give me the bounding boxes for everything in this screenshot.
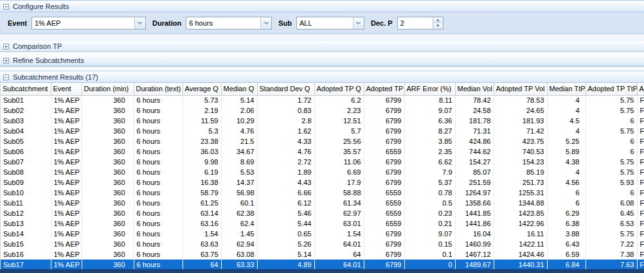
table-row[interactable]: Sub041% AEP3606 hours5.34.761.625.767998… (1, 126, 644, 136)
dec-p-stepper[interactable]: ▲ ▼ (397, 17, 443, 30)
cell: Sub03 (1, 116, 51, 126)
cell: Sub02 (1, 105, 51, 116)
cell: 6 hours (134, 136, 183, 146)
cell: 181.78 (455, 116, 494, 126)
column-header-average-q[interactable]: Average Q (183, 83, 221, 95)
cell: 9.07 (404, 105, 455, 116)
cell: 6 hours (134, 126, 183, 136)
cell: 85.19 (494, 167, 547, 177)
table-row[interactable]: Sub091% AEP3606 hours16.3814.374.4317.96… (1, 177, 644, 188)
sub-select[interactable]: ALL (296, 17, 364, 30)
cell: 1% AEP (51, 167, 82, 177)
cell: 58.88 (314, 188, 364, 198)
column-header-a[interactable]: A (637, 83, 644, 95)
table-row[interactable]: Sub061% AEP3606 hours36.0334.674.7635.57… (1, 146, 644, 157)
splitter[interactable] (0, 66, 644, 71)
cell: 360 (82, 208, 134, 218)
cell: 7.38 (586, 249, 637, 260)
cell: F (637, 136, 644, 146)
cell: 423.75 (494, 136, 547, 146)
collapse-icon[interactable]: − (3, 75, 9, 80)
section-header-configure-results[interactable]: − Configure Results (0, 1, 644, 12)
cell: 4 (547, 95, 586, 105)
column-header-adopted-tp[interactable]: Adopted TP (364, 83, 404, 95)
column-header-median-vol[interactable]: Median Vol (455, 83, 494, 95)
table-row[interactable]: Sub161% AEP3606 hours63.7563.085.1464679… (1, 249, 644, 260)
cell: 62.38 (221, 208, 257, 218)
spin-down-icon[interactable]: ▼ (433, 22, 443, 29)
table-row[interactable]: Sub171% AEP3606 hours6463.334.8964.01679… (1, 260, 644, 269)
cell: F (637, 177, 644, 188)
table-row[interactable]: Sub071% AEP3606 hours9.988.692.7211.0667… (1, 157, 644, 167)
section-header-subcatchment-results[interactable]: − Subcatchment Results (17) (0, 71, 644, 83)
sub-dropdown-button[interactable] (353, 17, 364, 29)
column-header-event[interactable]: Event (51, 83, 82, 95)
cell: F (637, 249, 644, 260)
table-row[interactable]: Sub021% AEP3606 hours2.192.060.832.23679… (1, 105, 644, 116)
panel-bottom-edge (0, 269, 644, 273)
cell: 17.9 (314, 177, 364, 188)
column-header-median-q[interactable]: Median Q (221, 83, 257, 95)
cell: 6 hours (134, 208, 183, 218)
column-header-subcatchment[interactable]: Subcatchment (1, 83, 51, 95)
table-row[interactable]: Sub051% AEP3606 hours23.3821.54.3325.566… (1, 136, 644, 146)
cell: 360 (82, 218, 134, 229)
cell: 1344.88 (494, 198, 547, 208)
column-header-adopted-tp-q[interactable]: Adopted TP Q (314, 83, 364, 95)
cell: 5.75 (586, 105, 637, 116)
cell: 1.62 (257, 126, 314, 136)
cell: 6 hours (134, 146, 183, 157)
cell: 181.93 (494, 116, 547, 126)
cell: 4.38 (547, 157, 586, 167)
column-header-duration-text[interactable]: Duration (text) (134, 83, 183, 95)
cell: 6799 (364, 260, 404, 269)
cell: 6 hours (134, 95, 183, 105)
cell: 5.44 (257, 218, 314, 229)
section-header-comparison-tp[interactable]: + Comparison TP (0, 40, 644, 52)
cell: 251.73 (494, 177, 547, 188)
collapse-icon[interactable]: − (3, 4, 9, 10)
column-header-duration-min[interactable]: Duration (min) (82, 83, 134, 95)
column-header-adopted-tp-ttp[interactable]: Adopted TP TtP (586, 83, 637, 95)
table-row[interactable]: Sub131% AEP3606 hours63.1662.45.4463.016… (1, 218, 644, 229)
cell: 16.38 (183, 177, 221, 188)
table-row[interactable]: Sub101% AEP3606 hours58.7956.986.6658.88… (1, 188, 644, 198)
table-row[interactable]: Sub141% AEP3606 hours1.541.450.651.54679… (1, 229, 644, 239)
column-header-standard-dev-q[interactable]: Standard Dev Q (257, 83, 314, 95)
duration-dropdown-button[interactable] (260, 17, 271, 29)
cell: Sub14 (1, 229, 51, 239)
cell: F (637, 126, 644, 136)
cell: 9.98 (183, 157, 221, 167)
cell: 62.4 (221, 218, 257, 229)
table-row[interactable]: Sub081% AEP3606 hours6.195.531.896.69679… (1, 167, 644, 177)
cell: 360 (82, 177, 134, 188)
dec-p-input[interactable] (398, 17, 433, 29)
table-row[interactable]: Sub121% AEP3606 hours63.1462.385.4662.97… (1, 208, 644, 218)
cell: 1460.99 (455, 239, 494, 249)
cell: 6.45 (586, 208, 637, 218)
cell: 6.38 (547, 218, 586, 229)
cell: F (637, 105, 644, 116)
cell: 6.53 (586, 218, 637, 229)
event-select[interactable]: 1% AEP (31, 17, 146, 30)
cell: 6559 (364, 198, 404, 208)
cell: 3.85 (404, 136, 455, 146)
duration-select[interactable]: 6 hours (186, 17, 272, 30)
cell: 6 hours (134, 260, 183, 269)
column-header-arf-error[interactable]: ARF Error (%) (404, 83, 455, 95)
expand-icon[interactable]: + (3, 44, 9, 49)
table-row[interactable]: Sub011% AEP3606 hours5.735.141.726.26799… (1, 95, 644, 105)
section-header-refine-subcatchments[interactable]: + Refine Subcatchments (0, 55, 644, 66)
column-header-median-ttp[interactable]: Median TtP (547, 83, 586, 95)
cell: 1424.46 (494, 249, 547, 260)
expand-icon[interactable]: + (3, 58, 9, 64)
event-dropdown-button[interactable] (134, 17, 145, 29)
spin-up-icon[interactable]: ▲ (433, 17, 443, 23)
cell: F (637, 229, 644, 239)
column-header-adopted-tp-vol[interactable]: Adopted TP Vol (494, 83, 547, 95)
cell: 1% AEP (51, 126, 82, 136)
table-row[interactable]: Sub151% AEP3606 hours63.6362.945.2664.01… (1, 239, 644, 249)
cell: 71.42 (494, 126, 547, 136)
table-row[interactable]: Sub031% AEP3606 hours11.5910.292.812.516… (1, 116, 644, 126)
table-row[interactable]: Sub111% AEP3606 hours61.2560.16.1261.346… (1, 198, 644, 208)
